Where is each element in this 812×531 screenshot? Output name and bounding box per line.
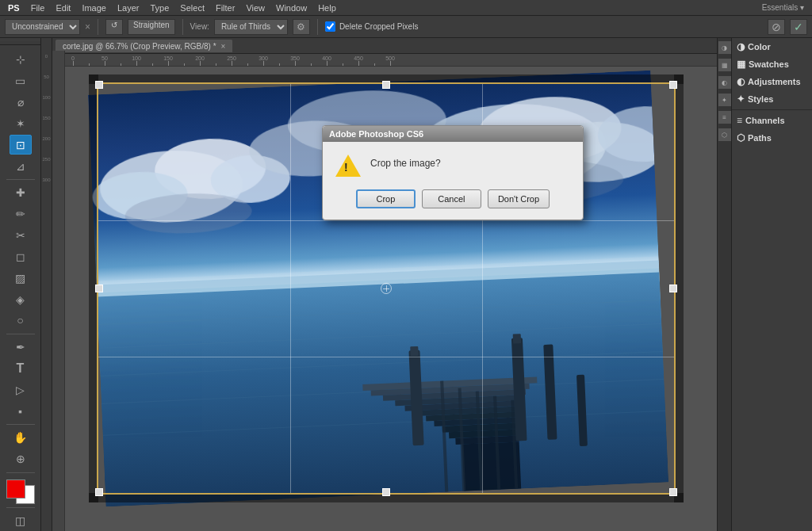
brush-tool-button[interactable]: ✏: [10, 204, 32, 224]
quick-mask-button[interactable]: ◫: [10, 511, 32, 531]
healing-tool-button[interactable]: ✚: [10, 183, 32, 203]
panel-section-channels[interactable]: ≡ Channels: [732, 112, 812, 129]
blur-tool-button[interactable]: ◈: [10, 289, 32, 309]
eyedropper-tool-button[interactable]: ⊿: [10, 156, 32, 176]
magic-wand-tool-button[interactable]: ✶: [10, 114, 32, 134]
panel-icon-channels[interactable]: ≡: [718, 111, 731, 124]
straighten-button[interactable]: Straighten: [128, 19, 175, 35]
menu-edit[interactable]: Edit: [51, 2, 75, 14]
side-ruler-numbers: 050100150200250300: [41, 38, 52, 531]
dialog-body: Crop the image?: [323, 142, 583, 189]
styles-icon: ✦: [737, 94, 745, 105]
tool-separator-5: [6, 507, 35, 508]
main-area: ⊹ ▭ ⌀ ✶ ⊡ ⊿ ✚ ✏ ✂ ◻ ▨ ◈ ○ ✒ T ▷ ▪ ✋ ⊕ ◫ …: [0, 38, 812, 531]
crop-handle-tm[interactable]: [382, 81, 390, 89]
panel-icon-styles[interactable]: ✦: [718, 94, 731, 106]
styles-label: Styles: [748, 94, 773, 104]
panel-section-paths[interactable]: ⬡ Paths: [732, 129, 812, 147]
right-panel-inner: ◑ ▦ ◐ ✦ ≡ ⬡ ◑ Color ▦ Swatches ◐ Adjustm…: [718, 38, 812, 531]
options-bar: Unconstrained × ↺ Straighten View: Rule …: [0, 16, 812, 38]
swatches-label: Swatches: [749, 59, 789, 69]
grid-line-h1: [98, 220, 674, 221]
commit-transform-button[interactable]: ✓: [790, 19, 807, 35]
canvas-area[interactable]: corte.jpg @ 66.7% (Crop Preview, RGB/8) …: [52, 38, 717, 531]
tool-separator-2: [6, 334, 35, 334]
dialog-buttons: Crop Cancel Don't Crop: [323, 189, 583, 220]
gradient-tool-button[interactable]: ▨: [10, 268, 32, 288]
menu-view[interactable]: View: [241, 2, 270, 14]
panel-section-styles[interactable]: ✦ Styles: [732, 90, 812, 108]
cancel-transform-button[interactable]: ⊘: [768, 19, 785, 35]
hand-tool-button[interactable]: ✋: [10, 428, 32, 448]
panel-icon-color[interactable]: ◑: [718, 41, 731, 54]
preset-select[interactable]: Unconstrained: [5, 19, 80, 35]
move-tool-button[interactable]: ⊹: [10, 50, 32, 70]
delete-cropped-label[interactable]: Delete Cropped Pixels: [325, 21, 419, 32]
dialog-titlebar: Adobe Photoshop CS6: [323, 126, 583, 142]
pen-tool-button[interactable]: ✒: [10, 338, 32, 357]
adjustments-icon: ◐: [737, 76, 745, 87]
tool-separator-4: [6, 472, 35, 473]
crop-center-h: [383, 288, 389, 289]
panel-icon-paths[interactable]: ⬡: [718, 128, 731, 141]
panel-icon-swatches[interactable]: ▦: [718, 59, 731, 71]
eraser-tool-button[interactable]: ◻: [10, 246, 32, 266]
dodge-tool-button[interactable]: ○: [10, 311, 32, 330]
delete-cropped-checkbox[interactable]: [325, 21, 335, 32]
menu-window[interactable]: Window: [271, 2, 312, 14]
menu-select[interactable]: Select: [175, 2, 209, 14]
rotate-button[interactable]: ↺: [105, 19, 123, 35]
foreground-color-swatch[interactable]: [6, 479, 25, 499]
color-icon: ◑: [737, 41, 745, 52]
dont-crop-button[interactable]: Don't Crop: [488, 189, 550, 208]
lasso-tool-button[interactable]: ⌀: [10, 93, 32, 113]
view-options-button[interactable]: ⚙: [293, 19, 310, 35]
essentials-label[interactable]: Essentials ▾: [757, 2, 809, 13]
zoom-tool-button[interactable]: ⊕: [10, 449, 32, 469]
panel-section-adjustments[interactable]: ◐ Adjustments: [732, 73, 812, 90]
crop-handle-mr[interactable]: [669, 285, 677, 292]
panel-divider: [732, 109, 812, 110]
crop-button[interactable]: Crop: [356, 189, 416, 208]
menu-layer[interactable]: Layer: [113, 2, 144, 14]
tool-separator-3: [6, 424, 35, 425]
menu-type[interactable]: Type: [146, 2, 174, 14]
view-select[interactable]: Rule of Thirds: [214, 19, 288, 35]
channels-icon: ≡: [737, 115, 742, 126]
crop-handle-bl[interactable]: [95, 488, 103, 496]
panel-sections: ◑ Color ▦ Swatches ◐ Adjustments ✦ Style…: [732, 38, 812, 531]
toolbar: ⊹ ▭ ⌀ ✶ ⊡ ⊿ ✚ ✏ ✂ ◻ ▨ ◈ ○ ✒ T ▷ ▪ ✋ ⊕ ◫: [0, 38, 41, 531]
type-tool-button[interactable]: T: [10, 359, 32, 379]
menu-help[interactable]: Help: [313, 2, 341, 14]
crop-handle-br[interactable]: [669, 488, 677, 496]
marquee-tool-button[interactable]: ▭: [10, 71, 32, 91]
cancel-button[interactable]: Cancel: [422, 189, 481, 208]
menu-filter[interactable]: Filter: [211, 2, 239, 14]
menu-ps[interactable]: PS: [3, 2, 25, 14]
tab-label: corte.jpg @ 66.7% (Crop Preview, RGB/8) …: [63, 42, 216, 51]
tab-close-button[interactable]: ×: [221, 42, 226, 51]
grid-line-v1: [290, 84, 291, 493]
view-label: View:: [190, 22, 209, 31]
crop-handle-tr[interactable]: [669, 81, 677, 89]
crop-handle-ml[interactable]: [95, 285, 103, 292]
channels-label: Channels: [745, 116, 785, 125]
crop-handle-bm[interactable]: [382, 488, 390, 496]
menu-image[interactable]: Image: [77, 2, 111, 14]
path-tool-button[interactable]: ▷: [10, 380, 32, 399]
menu-file[interactable]: File: [26, 2, 50, 14]
panel-section-swatches[interactable]: ▦ Swatches: [732, 55, 812, 73]
shape-tool-button[interactable]: ▪: [10, 401, 32, 421]
color-label: Color: [748, 42, 771, 52]
crop-dialog: Adobe Photoshop CS6 Crop the image? Crop…: [322, 125, 584, 220]
canvas-container[interactable]: [65, 51, 717, 531]
warning-icon: [335, 155, 361, 180]
crop-handle-tl[interactable]: [95, 81, 103, 89]
clone-tool-button[interactable]: ✂: [10, 226, 32, 246]
panel-icon-adjustments[interactable]: ◐: [718, 76, 731, 89]
panel-section-color[interactable]: ◑ Color: [732, 38, 812, 55]
crop-tool-button[interactable]: ⊡: [10, 135, 32, 155]
paths-label: Paths: [748, 133, 772, 143]
grid-line-h2: [98, 357, 674, 357]
color-display[interactable]: [6, 479, 35, 505]
